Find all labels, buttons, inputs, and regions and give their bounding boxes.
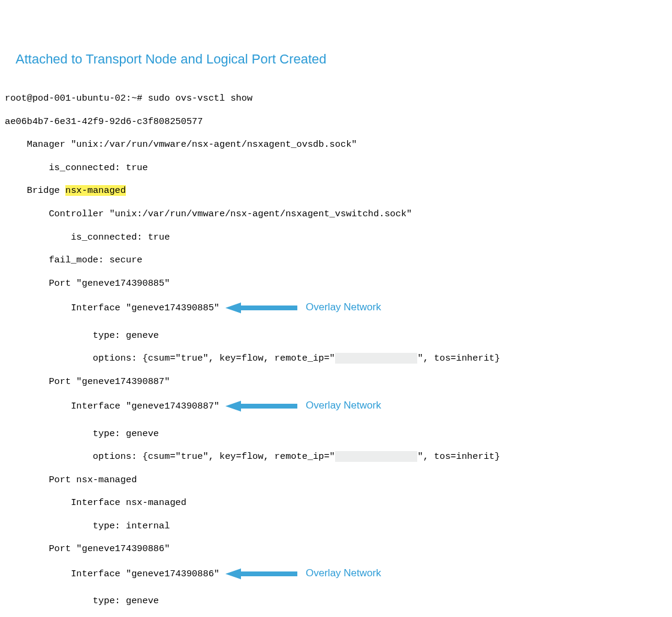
bridge-name-highlight: nsx-managed [65,185,126,196]
terminal-line: Port "geneve174390886" [5,543,672,555]
redacted-ip [335,353,418,364]
terminal-line: ae06b4b7-6e31-42f9-92d6-c3f808250577 [5,116,672,128]
arrow-left-icon [225,301,297,318]
terminal-line: type: geneve [5,330,672,341]
interface-label: Interface "geneve174390886" [5,568,219,579]
terminal-line: fail_mode: secure [5,255,672,266]
arrow-left-icon [225,400,297,416]
terminal-line: Interface "geneve174390887"Overlay Netwo… [5,399,672,416]
terminal-line: Controller "unix:/var/run/vmware/nsx-age… [5,208,672,220]
terminal-line: is_connected: true [5,162,672,174]
interface-label: Interface "geneve174390887" [5,401,219,412]
options-text: ", tos=inherit} [417,353,500,364]
terminal-line: type: internal [5,521,672,532]
command: sudo ovs-vsctl show [148,93,252,104]
interface-label: Interface "geneve174390885" [5,303,219,313]
page-title: Attached to Transport Node and Logical P… [16,51,672,68]
prompt: root@pod-001-ubuntu-02:~# [5,93,143,104]
arrow-left-icon [225,567,297,584]
svg-marker-2 [225,568,297,579]
terminal-line: Manager "unix:/var/run/vmware/nsx-agent/… [5,139,672,150]
redacted-ip [335,451,418,462]
annotation-overlay: Overlay Network [306,567,381,579]
terminal-line: root@pod-001-ubuntu-02:~# sudo ovs-vsctl… [5,93,672,104]
terminal-line: Interface "geneve174390886"Overlay Netwo… [5,567,672,584]
terminal-line: type: geneve [5,428,672,440]
svg-marker-1 [225,401,297,412]
annotation-overlay: Overlay Network [306,400,381,411]
svg-marker-0 [225,303,297,313]
terminal-line: type: geneve [5,595,672,607]
terminal-line: options: {csum="true", key=flow, remote_… [5,451,672,462]
terminal-line: Port "geneve174390885" [5,278,672,289]
terminal-line: Bridge nsx-managed [5,185,672,196]
annotation-overlay: Overlay Network [306,301,381,313]
terminal-line: Interface "geneve174390885"Overlay Netwo… [5,301,672,318]
options-text: options: {csum="true", key=flow, remote_… [5,451,335,462]
terminal-line: options: {csum="true", key=flow, remote_… [5,353,672,364]
bridge-label: Bridge [5,185,65,196]
terminal-line: Port "geneve174390887" [5,376,672,388]
options-text: options: {csum="true", key=flow, remote_… [5,353,335,364]
options-text: ", tos=inherit} [417,451,500,462]
terminal-line: is_connected: true [5,232,672,243]
terminal-line: Port nsx-managed [5,474,672,486]
terminal-line: Interface nsx-managed [5,497,672,509]
